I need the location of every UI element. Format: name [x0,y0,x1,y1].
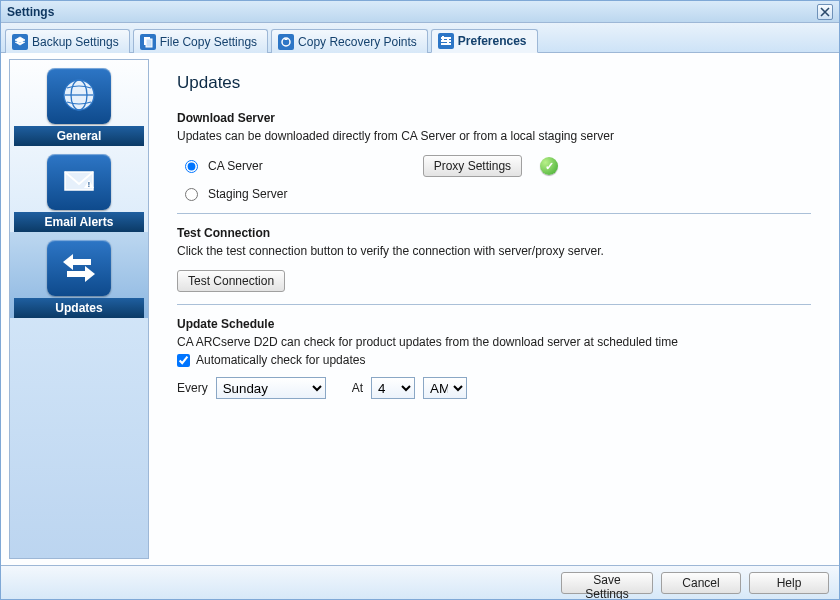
file-copy-icon [140,34,156,50]
section-divider [177,304,811,305]
window-title: Settings [7,5,54,19]
svg-rect-6 [442,36,444,40]
close-button[interactable] [817,4,833,20]
tab-label: File Copy Settings [160,35,257,49]
sidebar-label-email-alerts: Email Alerts [14,212,144,232]
main-panel: Updates Download Server Updates can be d… [157,59,831,559]
ampm-select[interactable]: AM [423,377,467,399]
test-connection-button[interactable]: Test Connection [177,270,285,292]
tab-label: Backup Settings [32,35,119,49]
radio-label-staging-server: Staging Server [208,187,287,201]
svg-rect-7 [447,39,449,43]
status-ok-icon: ✓ [540,157,558,175]
content: General ! Email Alerts Updates [1,53,839,565]
help-button[interactable]: Help [749,572,829,594]
tab-file-copy-settings[interactable]: File Copy Settings [133,29,268,53]
radio-label-ca-server: CA Server [208,159,263,173]
schedule-heading: Update Schedule [177,317,811,331]
sidebar-label-updates: Updates [14,298,144,318]
sidebar-item-general[interactable]: General [10,60,148,146]
radio-row-staging-server: Staging Server [185,187,811,201]
backup-icon [12,34,28,50]
day-select[interactable]: Sunday [216,377,326,399]
auto-check-checkbox[interactable] [177,354,190,367]
sidebar: General ! Email Alerts Updates [9,59,149,559]
schedule-description: CA ARCserve D2D can check for product up… [177,335,811,349]
arrows-icon [47,240,111,296]
every-label: Every [177,381,208,395]
at-label: At [352,381,363,395]
svg-text:!: ! [88,181,90,188]
recovery-icon [278,34,294,50]
globe-icon [47,68,111,124]
hour-select[interactable]: 4 [371,377,415,399]
svg-rect-1 [146,39,152,47]
sidebar-label-general: General [14,126,144,146]
close-icon [820,7,830,17]
titlebar: Settings [1,1,839,23]
svg-rect-5 [441,43,451,45]
test-heading: Test Connection [177,226,811,240]
preferences-icon [438,33,454,49]
sidebar-item-email-alerts[interactable]: ! Email Alerts [10,146,148,232]
tab-label: Preferences [458,34,527,48]
radio-ca-server[interactable] [185,160,198,173]
cancel-button[interactable]: Cancel [661,572,741,594]
save-settings-button[interactable]: Save Settings [561,572,653,594]
tab-copy-recovery-points[interactable]: Copy Recovery Points [271,29,428,53]
sidebar-item-updates[interactable]: Updates [10,232,148,318]
section-divider [177,213,811,214]
test-description: Click the test connection button to veri… [177,244,811,258]
download-description: Updates can be downloaded directly from … [177,129,811,143]
svg-rect-4 [441,40,451,42]
tabstrip: Backup Settings File Copy Settings Copy … [1,23,839,53]
auto-check-row: Automatically check for updates [177,353,811,367]
proxy-settings-button[interactable]: Proxy Settings [423,155,522,177]
schedule-row: Every Sunday At 4 AM [177,377,811,399]
tab-label: Copy Recovery Points [298,35,417,49]
radio-staging-server[interactable] [185,188,198,201]
download-heading: Download Server [177,111,811,125]
auto-check-label: Automatically check for updates [196,353,365,367]
page-title: Updates [177,73,811,93]
mail-alert-icon: ! [47,154,111,210]
tab-backup-settings[interactable]: Backup Settings [5,29,130,53]
radio-row-ca-server: CA Server Proxy Settings ✓ [185,155,811,177]
tab-preferences[interactable]: Preferences [431,29,538,53]
footer: Save Settings Cancel Help [1,565,839,599]
